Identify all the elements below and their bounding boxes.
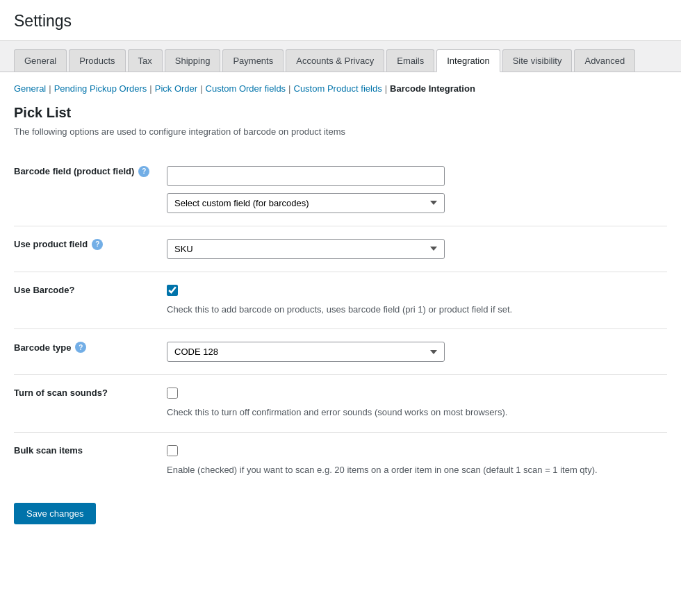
barcode-type-label: Barcode type (14, 342, 71, 353)
row-barcode-field: Barcode field (product field) ? Select c… (14, 153, 667, 226)
breadcrumb-pick-order[interactable]: Pick Order (155, 83, 197, 94)
bulk-scan-checkbox[interactable] (167, 445, 178, 456)
bulk-scan-description: Enable (checked) if you want to scan e.g… (167, 463, 653, 477)
tab-tax[interactable]: Tax (128, 49, 163, 72)
use-product-field-label: Use product field (14, 239, 88, 249)
breadcrumb-current: Barcode Integration (390, 83, 475, 94)
use-barcode-description: Check this to add barcode on products, u… (167, 303, 653, 317)
barcode-type-help-icon[interactable]: ? (75, 342, 86, 353)
breadcrumb: General | Pending Pickup Orders | Pick O… (14, 83, 667, 94)
barcode-field-text-input[interactable] (167, 166, 445, 186)
row-use-barcode: Use Barcode? Check this to add barcode o… (14, 272, 667, 329)
section-title: Pick List (14, 105, 667, 121)
barcode-field-label: Barcode field (product field) (14, 166, 134, 176)
use-barcode-checkbox[interactable] (167, 285, 178, 296)
row-scan-sounds: Turn of scan sounds? Check this to turn … (14, 375, 667, 433)
save-changes-button[interactable]: Save changes (14, 503, 96, 524)
tab-products[interactable]: Products (69, 49, 125, 72)
tab-shipping[interactable]: Shipping (165, 49, 221, 72)
use-product-field-help-icon[interactable]: ? (92, 239, 103, 250)
scan-sounds-checkbox[interactable] (167, 388, 178, 399)
barcode-type-select[interactable]: CODE 128 (167, 342, 445, 362)
tab-site-visibility[interactable]: Site visibility (502, 49, 573, 72)
settings-table: Barcode field (product field) ? Select c… (14, 153, 667, 490)
row-use-product-field: Use product field ? SKU (14, 226, 667, 272)
tab-integration[interactable]: Integration (436, 49, 500, 72)
breadcrumb-custom-order-fields[interactable]: Custom Order fields (206, 83, 286, 94)
bulk-scan-label: Bulk scan items (14, 445, 83, 456)
barcode-field-select[interactable]: Select custom field (for barcodes) (167, 193, 445, 213)
scan-sounds-description: Check this to turn off confirmation and … (167, 406, 653, 419)
tabs-nav: General Products Tax Shipping Payments A… (0, 41, 681, 72)
tab-general[interactable]: General (14, 49, 67, 72)
section-description: The following options are used to config… (14, 126, 667, 137)
page-title: Settings (14, 11, 667, 32)
use-product-field-select[interactable]: SKU (167, 239, 445, 259)
tab-payments[interactable]: Payments (222, 49, 284, 72)
tab-advanced[interactable]: Advanced (574, 49, 635, 72)
tab-emails[interactable]: Emails (386, 49, 434, 72)
barcode-field-help-icon[interactable]: ? (138, 166, 149, 177)
breadcrumb-custom-product-fields[interactable]: Custom Product fields (294, 83, 382, 94)
content-area: General | Pending Pickup Orders | Pick O… (0, 72, 681, 553)
row-barcode-type: Barcode type ? CODE 128 (14, 329, 667, 375)
use-barcode-label: Use Barcode? (14, 285, 74, 295)
tab-accounts-privacy[interactable]: Accounts & Privacy (286, 49, 384, 72)
row-bulk-scan: Bulk scan items Enable (checked) if you … (14, 432, 667, 489)
scan-sounds-label: Turn of scan sounds? (14, 388, 108, 398)
breadcrumb-general[interactable]: General (14, 83, 46, 94)
breadcrumb-pending-pickup[interactable]: Pending Pickup Orders (54, 83, 147, 94)
